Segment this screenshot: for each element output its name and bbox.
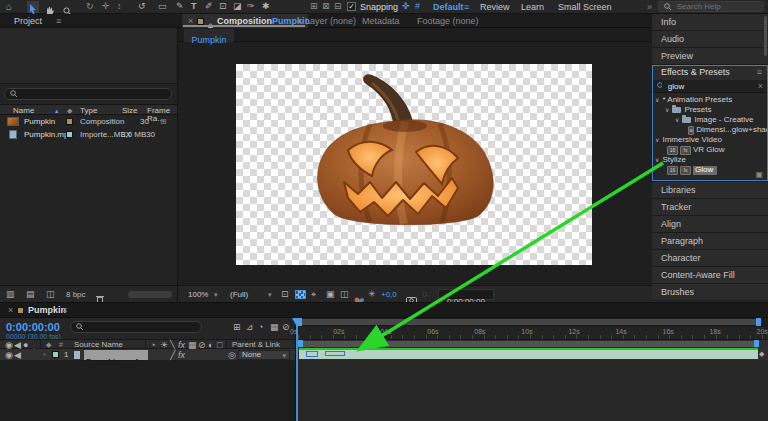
new-animation-preset-icon[interactable]: ▣ bbox=[755, 171, 763, 179]
chevron-expanded-icon[interactable]: ∨ bbox=[655, 157, 659, 163]
item-name[interactable]: Pumpkin bbox=[24, 118, 55, 126]
home-icon[interactable]: ⌂ bbox=[6, 2, 12, 12]
tree-item[interactable]: 16fxVR Glow bbox=[652, 145, 768, 155]
sidebar-item-tracker[interactable]: Tracker bbox=[652, 199, 768, 215]
tree-item-selected[interactable]: 16fxGlow bbox=[652, 165, 768, 175]
layer-name-chip[interactable]: Pumpkin.mp4 bbox=[84, 350, 148, 360]
interpret-footage-icon[interactable]: ▥ bbox=[6, 290, 15, 299]
puppet-pin-tool-icon[interactable]: ✱ bbox=[262, 2, 270, 11]
sidebar-item-brushes[interactable]: Brushes bbox=[652, 284, 768, 300]
project-scrollbar[interactable] bbox=[128, 291, 172, 298]
axis-mode-world-icon[interactable]: ⊠ bbox=[322, 2, 330, 11]
tree-item[interactable]: ∨* Animation Presets bbox=[652, 95, 768, 105]
effects-search-input[interactable] bbox=[666, 81, 754, 92]
sidebar-item-audio[interactable]: Audio bbox=[652, 31, 768, 47]
parent-pickwhip-icon[interactable]: ◎ bbox=[228, 351, 236, 360]
selection-tool-icon[interactable] bbox=[27, 1, 39, 13]
workspace-review[interactable]: Review bbox=[480, 3, 510, 12]
snap-grid-icon[interactable]: # bbox=[415, 2, 420, 11]
workspace-menu-icon[interactable]: ≡ bbox=[464, 3, 469, 12]
column-type[interactable]: Type bbox=[80, 107, 97, 115]
comp-marker-bin-icon[interactable]: ◆ bbox=[759, 350, 764, 357]
view-layout-icon[interactable]: ◫ bbox=[340, 290, 349, 299]
sidebar-item-preview[interactable]: Preview bbox=[652, 48, 768, 64]
metadata-tab[interactable]: Metadata bbox=[362, 17, 400, 26]
workspace-small-screen[interactable]: Small Screen bbox=[558, 3, 612, 12]
item-label-swatch[interactable] bbox=[66, 118, 73, 125]
tree-item[interactable]: ∨Stylize bbox=[652, 155, 768, 165]
chevron-expanded-icon[interactable]: ∨ bbox=[655, 97, 659, 103]
table-row[interactable]: Pumpkin.mp4 Importe...MEX 3,0 MB 30 bbox=[0, 128, 177, 141]
tree-item[interactable]: ≋Dimensi...glow+shadow bbox=[652, 125, 768, 135]
clone-stamp-tool-icon[interactable]: ⊡ bbox=[219, 2, 227, 11]
layer-expander-icon[interactable]: › bbox=[43, 351, 46, 359]
work-area-start-handle[interactable] bbox=[298, 340, 303, 347]
new-composition-icon[interactable]: ◫ bbox=[46, 290, 55, 299]
navigator-track[interactable] bbox=[299, 319, 758, 325]
sidebar-item-align[interactable]: Align bbox=[652, 216, 768, 232]
parent-link-column[interactable]: Parent & Link bbox=[232, 341, 280, 349]
project-search-input[interactable] bbox=[21, 89, 166, 100]
project-panel-menu-icon[interactable]: ≡ bbox=[56, 17, 61, 26]
exposure-value[interactable]: +0,0 bbox=[381, 291, 397, 299]
layer-row[interactable]: ◉ ◀ › 1 Pumpkin.mp4 ╱ fx ◎ None ▾ bbox=[0, 349, 295, 361]
sidebar-item-info[interactable]: Info bbox=[652, 14, 768, 30]
chevron-expanded-icon[interactable]: ∨ bbox=[655, 137, 659, 143]
column-size[interactable]: Size bbox=[122, 107, 138, 115]
sidebar-item-character[interactable]: Character bbox=[652, 250, 768, 266]
chevron-expanded-icon[interactable]: ∨ bbox=[665, 107, 669, 113]
snap-option-icon[interactable]: ✜ bbox=[402, 2, 410, 11]
layer-audio-toggle[interactable]: ◀ bbox=[14, 351, 21, 360]
layer-label-swatch[interactable] bbox=[52, 351, 59, 358]
timeline-tab-close-icon[interactable]: × bbox=[8, 306, 13, 315]
layer-duration-bar[interactable] bbox=[299, 348, 758, 359]
project-search-box[interactable] bbox=[4, 88, 172, 100]
transparency-grid-icon[interactable] bbox=[295, 290, 306, 299]
snapping-checkbox[interactable]: ✓ bbox=[347, 2, 356, 11]
layer-video-toggle[interactable]: ◉ bbox=[5, 351, 13, 360]
timeline-tab-label[interactable]: Pumpkin bbox=[28, 306, 66, 315]
project-tab-label[interactable]: Project bbox=[14, 17, 42, 26]
playhead-line[interactable] bbox=[296, 318, 298, 421]
work-area-end-handle[interactable] bbox=[754, 340, 759, 347]
timeline-panel-menu-icon[interactable]: ≡ bbox=[62, 306, 67, 315]
tree-item[interactable]: ∨Immersive Video bbox=[652, 135, 768, 145]
layer-tab[interactable]: Layer (none) bbox=[305, 17, 356, 26]
clear-search-icon[interactable]: × bbox=[758, 82, 763, 91]
time-ruler[interactable]: 0s 02s 04s 06s 08s 10s 12s 14s 16s 18s 2… bbox=[296, 327, 768, 340]
effects-presets-menu-icon[interactable]: ≡ bbox=[757, 68, 762, 77]
effects-search-row[interactable]: × bbox=[652, 80, 768, 93]
layer-fx-switch[interactable]: fx bbox=[178, 351, 185, 360]
tree-item[interactable]: ∨Presets bbox=[652, 105, 768, 115]
sort-ascending-icon[interactable]: ▴ bbox=[55, 107, 59, 114]
viewer-minitab[interactable]: Pumpkin bbox=[184, 29, 234, 42]
time-navigator[interactable] bbox=[296, 318, 768, 327]
new-folder-icon[interactable]: ▤ bbox=[26, 290, 35, 299]
label-column-icon[interactable]: ◆ bbox=[67, 107, 72, 114]
pen-tool-icon[interactable]: ✎ bbox=[176, 2, 184, 11]
preview-time-box[interactable]: 0:00:00:00 bbox=[438, 289, 494, 300]
chevron-expanded-icon[interactable]: ∨ bbox=[675, 117, 679, 123]
type-tool-icon[interactable]: T bbox=[191, 2, 197, 11]
chevron-down-icon[interactable]: ▾ bbox=[214, 291, 218, 298]
workspace-overflow-icon[interactable]: » bbox=[647, 3, 652, 12]
resolution-gear-icon[interactable]: ✳ bbox=[368, 290, 376, 299]
mask-visibility-icon[interactable]: ▣ bbox=[326, 290, 335, 299]
timeline-search-input[interactable] bbox=[87, 322, 196, 333]
rectangle-tool-icon[interactable]: ▭ bbox=[158, 2, 167, 11]
axis-mode-local-icon[interactable]: ⊞ bbox=[310, 2, 318, 11]
sidebar-item-libraries[interactable]: Libraries bbox=[652, 182, 768, 198]
workspace-default[interactable]: Default bbox=[433, 3, 464, 12]
tree-item[interactable]: ∨Image - Creative bbox=[652, 115, 768, 125]
color-depth-button[interactable]: 8 bpc bbox=[66, 291, 86, 299]
axis-mode-view-icon[interactable]: ⊟ bbox=[334, 2, 342, 11]
show-snapshot-icon[interactable]: ◌ bbox=[422, 290, 427, 299]
workspace-learn[interactable]: Learn bbox=[521, 3, 544, 12]
parent-dropdown[interactable]: None ▾ bbox=[238, 350, 290, 360]
frame-blending-icon[interactable]: ▦ bbox=[270, 323, 279, 332]
safe-margins-icon[interactable]: ⌖ bbox=[311, 290, 316, 299]
resolution-select[interactable]: (Full) bbox=[230, 291, 248, 299]
sidebar-scrollbar[interactable] bbox=[764, 16, 767, 56]
column-name[interactable]: Name bbox=[13, 107, 34, 115]
rotation-tool-icon[interactable]: ↺ bbox=[138, 2, 146, 11]
